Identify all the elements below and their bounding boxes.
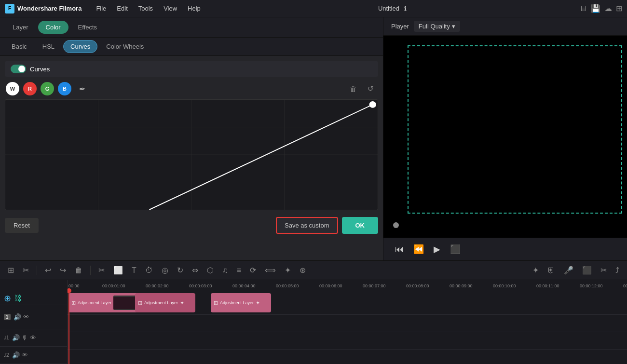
delete-btn[interactable]: 🗑 [72,264,85,277]
save-as-custom-button[interactable]: Save as custom [276,217,338,234]
text-btn[interactable]: T [129,264,139,277]
delete-curve-btn[interactable]: 🗑 [346,82,360,95]
subtab-color-wheels[interactable]: Color Wheels [99,40,150,53]
clip-3[interactable]: ⊞ Adjustment Layer ✦ [211,293,271,312]
clip-1-thumb [113,296,137,310]
top-bar: F Wondershare Filmora File Edit Tools Vi… [0,0,627,17]
frame-back-btn[interactable]: ⏪ [411,242,426,256]
svg-text:00:00:03:00: 00:00:03:00 [189,283,212,288]
audio2-eye[interactable]: 👁 [22,351,28,359]
clip-3-icon: ⊞ [214,300,218,306]
curve-svg [5,100,378,210]
channel-white[interactable]: W [6,82,19,95]
audio-2-controls: 🔊 👁 [12,351,28,359]
track1-eye[interactable]: 👁 [23,313,29,321]
audio-track-2 [68,332,627,350]
timeline-tracks: 00:00 00:00:01:00 00:00:02:00 00:00:03:0… [68,280,627,364]
menu-help[interactable]: Help [183,3,205,14]
crop-timeline-btn[interactable]: ⬜ [110,264,126,277]
play-btn[interactable]: ▶ [432,242,442,256]
split-btn[interactable]: ✂ [95,264,108,277]
audio-btn[interactable]: ♫ [219,264,231,277]
eyedropper-tool[interactable]: ✒ [75,82,89,95]
mic-btn[interactable]: 🎤 [561,264,576,277]
svg-text:00:00:08:00: 00:00:08:00 [406,283,429,288]
clip-2[interactable]: ⊞ Adjustment Layer ✦ [135,293,195,312]
subtitle-btn[interactable]: ⬛ [579,264,595,277]
channel-row: W R G B ✒ 🗑 ↺ [5,82,378,95]
tab-layer[interactable]: Layer [5,21,36,34]
tab-effects[interactable]: Effects [70,21,105,34]
menu-file[interactable]: File [91,3,111,14]
svg-text:00:00:04:00: 00:00:04:00 [232,283,256,288]
channel-green[interactable]: G [41,82,54,95]
collab-btn[interactable]: ✂ [598,264,610,277]
audio1-eye[interactable]: 👁 [30,334,36,341]
rotate-btn[interactable]: ↻ [174,264,186,277]
menu-tools[interactable]: Tools [134,3,158,14]
track-label-audio-1: ♩1 🔊 🎙 👁 [0,329,67,347]
subtab-basic[interactable]: Basic [5,40,34,53]
settings-btn[interactable]: ✦ [530,264,542,277]
preview-frame [408,45,622,214]
svg-text:00:00:12:00: 00:00:12:00 [580,283,603,288]
redo-btn[interactable]: ↪ [57,264,69,277]
reset-button[interactable]: Reset [5,218,39,233]
channel-red[interactable]: R [23,82,37,95]
subtabs-row: Basic HSL Curves Color Wheels [0,38,383,56]
clip-1[interactable]: ⊞ Adjustment Layer ✦ [68,293,143,312]
svg-text:00:00:05:00: 00:00:05:00 [276,283,299,288]
track-label-audio-2: ♩2 🔊 👁 [0,347,67,364]
menu-edit[interactable]: Edit [112,3,132,14]
link-track-btn[interactable]: ⛓ [14,294,22,303]
audio1-mic[interactable]: 🎙 [22,334,28,341]
subtab-curves[interactable]: Curves [63,40,97,53]
toggle-knob [18,66,25,72]
menu-bar: File Edit Tools View Help [91,3,205,14]
transition-btn[interactable]: ⟺ [262,264,279,277]
curves-header: Curves [5,61,378,77]
magnet-btn[interactable]: ✂ [20,264,32,277]
crop-btn[interactable]: ⬛ [448,242,463,256]
track-labels: ⊕ ⛓ 1 🔊 👁 ♩1 🔊 🎙 👁 ♩2 [0,280,68,364]
svg-line-6 [150,105,373,210]
mix-btn[interactable]: ≡ [234,264,244,277]
monitor-icon[interactable]: 🖥 [579,4,587,13]
zoom-btn[interactable]: ⇔ [189,264,201,277]
subtab-hsl[interactable]: HSL [36,40,61,53]
title-area: Untitled ℹ [205,5,579,12]
time-btn[interactable]: ⏱ [142,264,156,277]
clip-1-icon: ⊞ [71,300,76,306]
quality-select[interactable]: Full Quality ▾ [414,21,460,32]
reset-curve-btn[interactable]: ↺ [364,82,377,95]
project-title: Untitled [378,5,399,12]
app-name: Wondershare Filmora [17,5,82,12]
clip-2-label: Adjustment Layer [144,300,178,305]
undo-btn[interactable]: ↩ [42,264,54,277]
add-media-btn[interactable]: ⊞ [5,264,17,277]
video-track: ⊞ Adjustment Layer ✦ ⊞ Adjustment Layer … [68,291,627,315]
overlay-btn[interactable]: ◎ [159,264,171,277]
tab-color[interactable]: Color [38,21,68,34]
layout-icon[interactable]: ⊞ [616,4,622,13]
shield-btn[interactable]: ⛨ [545,264,558,277]
curves-toggle[interactable] [11,65,26,73]
audio2-vol[interactable]: 🔊 [12,351,20,359]
menu-view[interactable]: View [159,3,182,14]
add-track-btn[interactable]: ⊕ [4,293,11,304]
channel-blue[interactable]: B [58,82,71,95]
svg-point-7 [369,101,376,108]
mask-btn[interactable]: ⬡ [204,264,217,277]
save-icon[interactable]: 💾 [591,4,600,13]
ai-btn[interactable]: ⊛ [297,264,309,277]
track1-vol[interactable]: 🔊 [14,313,21,321]
cloud-icon[interactable]: ☁ [604,4,612,13]
export-btn[interactable]: ⤴ [613,264,622,277]
effect-btn[interactable]: ✦ [282,264,294,277]
step-back-btn[interactable]: ⏮ [393,243,406,256]
audio1-vol[interactable]: 🔊 [12,334,20,341]
curve-canvas[interactable] [5,99,378,210]
right-panel: Player Full Quality ▾ ⏮ ⏪ ▶ ⬛ [383,17,627,260]
ok-button[interactable]: OK [342,217,379,234]
speed-btn[interactable]: ⟳ [247,264,259,277]
